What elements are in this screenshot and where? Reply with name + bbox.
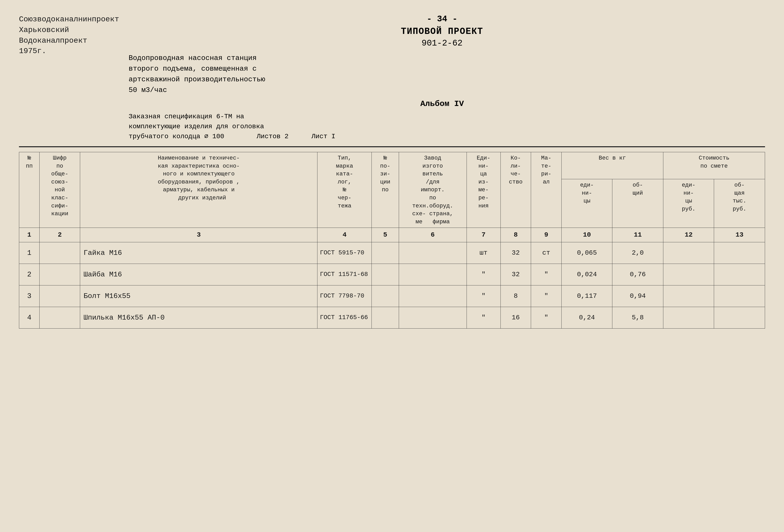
item-code <box>39 263 80 285</box>
item-manuf <box>399 263 467 285</box>
item-weight-total: 2,0 <box>612 242 663 263</box>
col-pos-header: №по-зи-циипо <box>372 152 399 228</box>
col-mat-header: Ма-те-ри-ал <box>531 152 562 228</box>
item-type: ГОСТ 5915-70 <box>317 242 372 263</box>
item-pos <box>372 263 399 285</box>
item-cost-total <box>714 263 765 285</box>
item-qty: 32 <box>501 242 531 263</box>
item-name: Гайка М16 <box>80 242 317 263</box>
spec-line1: Заказная спецификация 6-ТМ на <box>129 112 756 122</box>
divider-top <box>19 146 765 147</box>
spec-line3: трубчатого колодца ∅ 100 Листов 2 Лист I <box>129 132 756 142</box>
item-cost-total <box>714 242 765 263</box>
item-type: ГОСТ 11765-66 <box>317 307 372 328</box>
project-code: 901-2-62 <box>129 38 756 48</box>
item-code <box>39 285 80 307</box>
col-num-2: 2 <box>39 228 80 242</box>
item-unit: " <box>467 307 501 328</box>
col-num-5: 5 <box>372 228 399 242</box>
item-weight-unit: 0,117 <box>561 285 612 307</box>
item-code <box>39 307 80 328</box>
item-pos <box>372 285 399 307</box>
item-unit: шт <box>467 242 501 263</box>
item-unit: " <box>467 263 501 285</box>
col-weight-header: Вес в кг <box>561 152 663 179</box>
item-weight-total: 5,8 <box>612 307 663 328</box>
item-manuf <box>399 285 467 307</box>
item-num: 4 <box>19 307 39 328</box>
item-weight-total: 0,76 <box>612 263 663 285</box>
col-qty-header: Ко-ли-че-ство <box>501 152 531 228</box>
desc-line1: Водопроводная насосная станция <box>129 53 756 63</box>
item-weight-unit: 0,24 <box>561 307 612 328</box>
col-num-header: №пп <box>19 152 39 228</box>
page-number: - 34 - <box>129 14 756 24</box>
col-manuf-header: Заводизготовитель/дляимпорт.потехн.обору… <box>399 152 467 228</box>
column-header-row: №пп Шифрпообще-союз-нойклас-сифи-кации Н… <box>19 152 765 179</box>
item-manuf <box>399 242 467 263</box>
item-pos <box>372 307 399 328</box>
item-cost-unit <box>663 263 714 285</box>
item-cost-unit <box>663 242 714 263</box>
sheets-label: Листов 2 <box>257 133 288 140</box>
table-row: 1 Гайка М16 ГОСТ 5915-70 шт 32 ст 0,065 … <box>19 242 765 263</box>
item-unit: " <box>467 285 501 307</box>
item-type: ГОСТ 11571-68 <box>317 263 372 285</box>
item-manuf <box>399 307 467 328</box>
center-header: - 34 - ТИПОВОЙ ПРОЕКТ 901-2-62 Водопрово… <box>129 14 756 142</box>
project-description: Водопроводная насосная станция второго п… <box>129 53 756 95</box>
item-cost-total <box>714 307 765 328</box>
item-weight-unit: 0,065 <box>561 242 612 263</box>
col-num-4: 4 <box>317 228 372 242</box>
album-title: Альбом IV <box>129 99 756 108</box>
item-cost-unit <box>663 307 714 328</box>
col-num-12: 12 <box>663 228 714 242</box>
item-mat: " <box>531 307 562 328</box>
main-table: №пп Шифрпообще-союз-нойклас-сифи-кации Н… <box>19 152 765 329</box>
item-cost-unit <box>663 285 714 307</box>
col-code-header: Шифрпообще-союз-нойклас-сифи-кации <box>39 152 80 228</box>
item-type: ГОСТ 7798-70 <box>317 285 372 307</box>
header-section: Союзводоканалнинпроект Харьковский Водок… <box>19 14 765 142</box>
col-cost-unit-header: еди-ни-цыруб. <box>663 179 714 228</box>
table-wrapper: №пп Шифрпообще-союз-нойклас-сифи-кации Н… <box>19 152 765 329</box>
col-num-11: 11 <box>612 228 663 242</box>
table-row: 2 Шайба М16 ГОСТ 11571-68 " 32 " 0,024 0… <box>19 263 765 285</box>
org-info: Союзводоканалнинпроект Харьковский Водок… <box>19 14 119 142</box>
col-num-13: 13 <box>714 228 765 242</box>
spec-line2: комплектующие изделия для оголовка <box>129 122 756 132</box>
item-qty: 32 <box>501 263 531 285</box>
col-cost-header: Стоимостьпо смете <box>663 152 765 179</box>
item-mat: ст <box>531 242 562 263</box>
desc-line4: 50 м3/час <box>129 85 756 95</box>
col-num-10: 10 <box>561 228 612 242</box>
col-name-header: Наименование и техничес-кая характеристи… <box>80 152 317 228</box>
org-line3: Водоканалпроект <box>19 35 119 46</box>
col-num-9: 9 <box>531 228 562 242</box>
item-num: 1 <box>19 242 39 263</box>
table-row: 3 Болт М16х55 ГОСТ 7798-70 " 8 " 0,117 0… <box>19 285 765 307</box>
item-cost-total <box>714 285 765 307</box>
table-row: 4 Шпилька М16х55 АП-0 ГОСТ 11765-66 " 16… <box>19 307 765 328</box>
sheet-label: Лист I <box>311 133 335 140</box>
item-mat: " <box>531 285 562 307</box>
org-line2: Харьковский <box>19 25 119 35</box>
col-num-7: 7 <box>467 228 501 242</box>
item-code <box>39 242 80 263</box>
project-type: ТИПОВОЙ ПРОЕКТ <box>129 26 756 36</box>
item-pos <box>372 242 399 263</box>
item-qty: 8 <box>501 285 531 307</box>
item-weight-unit: 0,024 <box>561 263 612 285</box>
col-cost-total-header: об-щаятыс.руб. <box>714 179 765 228</box>
item-name: Болт М16х55 <box>80 285 317 307</box>
desc-line3: артскважиной производительностью <box>129 74 756 85</box>
col-num-6: 6 <box>399 228 467 242</box>
col-weight-unit-header: еди-ни-цы <box>561 179 612 228</box>
col-num-3: 3 <box>80 228 317 242</box>
item-num: 2 <box>19 263 39 285</box>
col-type-header: Тип,маркаката-лог,№чер-тежа <box>317 152 372 228</box>
desc-line2: второго подъема, совмещенная с <box>129 63 756 74</box>
col-unit-header: Еди-ни-цаиз-ме-ре-ния <box>467 152 501 228</box>
spec-info: Заказная спецификация 6-ТМ на комплектую… <box>129 112 756 142</box>
item-name: Шайба М16 <box>80 263 317 285</box>
